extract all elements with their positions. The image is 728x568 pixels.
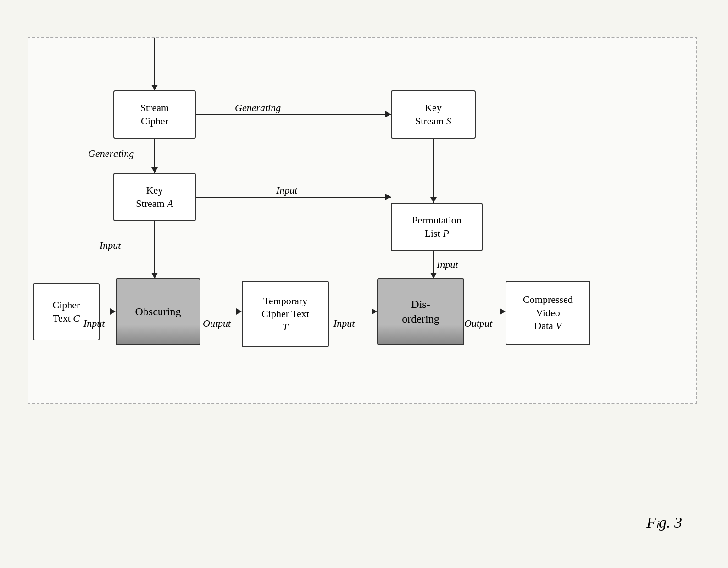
perm-to-dis-arrowhead [430, 273, 437, 278]
stream-cipher-box: StreamCipher [113, 90, 196, 139]
permutation-list-box: PermutationList P [391, 203, 483, 251]
output-label-dis: Output [464, 317, 492, 329]
diagram-container: StreamCipher KeyStream S KeyStream A Per… [28, 37, 697, 404]
stream-to-ks-arrow [196, 114, 391, 115]
stream-cipher-label: StreamCipher [140, 101, 169, 128]
fig-text: Fᵢg. 3 [646, 514, 682, 531]
input-label-cipher: Input [83, 317, 105, 329]
input-label-perm-dis: Input [437, 259, 458, 271]
obscuring-to-temp-arrow [200, 312, 242, 312]
ka-to-obscuring-arrowhead [151, 273, 158, 278]
ks-to-perm-arrow [433, 139, 434, 203]
permutation-list-label: PermutationList P [412, 214, 461, 240]
cipher-text-label: CipherText C [53, 299, 80, 325]
temp-to-dis-arrow [329, 312, 377, 312]
temp-cipher-box: TemporaryCipher TextT [242, 281, 329, 347]
key-arrow-v [154, 38, 155, 90]
ka-to-perm-arrowhead [385, 194, 391, 200]
temp-to-dis-arrowhead [372, 308, 377, 315]
stream-to-ka-arrowhead [151, 167, 158, 173]
key-stream-a-label: KeyStream A [136, 184, 173, 210]
page: Key StreamCipher KeyStream S KeyStream A… [0, 0, 728, 568]
cipher-to-obscuring-arrowhead [110, 308, 116, 315]
key-stream-s-box: KeyStream S [391, 90, 476, 139]
compressed-video-label: CompressedVideoData V [523, 293, 573, 333]
input-label-top: Input [276, 184, 297, 196]
compressed-video-box: CompressedVideoData V [506, 281, 590, 345]
cipher-text-box: CipherText C [33, 283, 100, 340]
disordering-label: Dis-ordering [402, 297, 439, 326]
obscuring-box: Obscuring [116, 278, 200, 345]
temp-cipher-label: TemporaryCipher TextT [261, 295, 309, 334]
generating-label-2: Generating [88, 148, 134, 160]
stream-to-ks-arrowhead [385, 111, 391, 117]
key-arrowhead [151, 85, 158, 90]
obscuring-label: Obscuring [135, 305, 181, 319]
input-label-left: Input [100, 239, 121, 251]
obscuring-to-temp-arrowhead [236, 308, 242, 315]
ka-to-perm-arrow-h [196, 197, 391, 198]
dis-to-cv-arrowhead [500, 308, 506, 315]
key-stream-a-box: KeyStream A [113, 173, 196, 221]
disordering-box: Dis-ordering [377, 278, 464, 345]
key-stream-s-label: KeyStream S [415, 101, 451, 128]
ka-to-obscuring-v [154, 221, 155, 278]
output-label-obscuring: Output [203, 317, 231, 329]
input-label-temp: Input [333, 317, 355, 329]
figure-label: Fᵢg. 3 [646, 513, 682, 531]
ks-to-perm-arrowhead [430, 197, 437, 203]
dis-to-cv-arrow [464, 312, 506, 312]
generating-label-1: Generating [235, 102, 281, 114]
